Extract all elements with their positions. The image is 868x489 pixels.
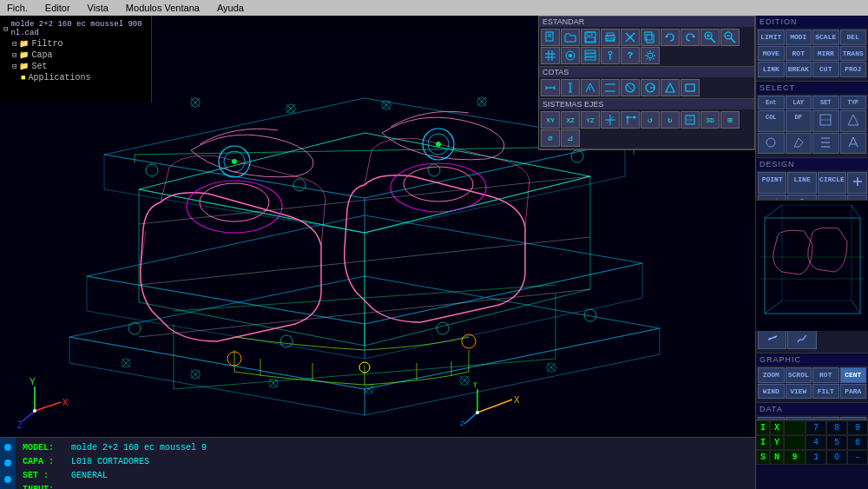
btn-select-icon1[interactable] [812,110,839,132]
tb-eje-7[interactable]: ↻ [661,111,680,129]
btn-dp[interactable]: DP [786,110,812,132]
tb-eje-1[interactable]: XY [541,111,560,129]
tb-btn-open[interactable] [561,29,580,46]
tb-cotas-diameter[interactable] [621,79,640,96]
tb-cotas-vertical[interactable] [561,79,580,96]
input-value[interactable] [71,483,158,489]
tb-eje-4[interactable] [601,111,620,129]
num-x-8[interactable]: 8 [826,420,847,435]
btn-limit[interactable]: LIMIT [758,30,785,45]
num-y-empty [784,435,806,450]
tb-btn-save[interactable] [581,29,600,46]
tb-eje-6[interactable]: ↺ [641,111,660,129]
tb-btn-copy[interactable] [641,29,660,46]
btn-measure-icon[interactable] [758,328,786,350]
btn-point[interactable]: POINT [758,172,786,194]
num-z-0[interactable]: 0 [826,450,847,465]
menu-item-modulos[interactable]: Modulos Ventana [122,3,203,13]
tb-eje-8[interactable] [681,111,700,129]
tree-item-capa[interactable]: ⊟ 📁 Capa [12,50,148,61]
num-x-7[interactable]: 7 [806,420,826,435]
tb-eje-12[interactable]: ⊿ [561,129,580,147]
tb-btn-redo[interactable] [681,29,700,46]
tree-item-root[interactable]: ⊟ molde 2+2 160 ec moussel 900 nl.cad [3,19,148,38]
btn-circle[interactable]: CIRCLE [818,172,846,194]
btn-para[interactable]: PARA [840,384,867,400]
tb-eje-9[interactable]: 3D [700,111,720,129]
tb-btn-cut[interactable] [621,29,640,46]
btn-point-icon[interactable] [847,172,867,194]
tb-btn-properties[interactable] [601,47,620,64]
btn-filt[interactable]: FILT [812,384,839,400]
btn-typ[interactable]: TYP [840,96,867,109]
btn-view[interactable]: VIEW [786,384,812,400]
tb-cotas-radius[interactable] [641,79,660,96]
tb-cotas-linear[interactable] [541,79,560,96]
tb-btn-zoom[interactable] [700,29,720,46]
tb-eje-11[interactable]: ∅ [541,129,560,147]
btn-select-icon3[interactable] [758,133,785,155]
btn-link[interactable]: LINK [758,62,785,77]
tb-btn-settings[interactable] [641,47,660,64]
tb-btn-new[interactable] [541,29,560,46]
toolbar-estandar-title: ESTANDAR [539,17,754,27]
tb-btn-snap[interactable] [561,47,580,64]
btn-scrol[interactable]: SCROL [786,367,812,383]
btn-set[interactable]: SET [812,96,839,109]
btn-lay[interactable]: LAY [786,96,812,109]
btn-analyse-icon[interactable] [787,328,816,350]
menu-item-vista[interactable]: Vista [84,3,112,13]
tb-btn-undo[interactable] [661,29,680,46]
btn-rot[interactable]: ROT [786,46,812,62]
btn-zoom[interactable]: ZOOM [758,367,785,383]
tb-eje-5[interactable] [621,111,640,129]
btn-break[interactable]: BREAK [786,62,812,77]
tb-eje-10[interactable]: ⊞ [720,111,740,129]
btn-cent[interactable]: CENT [840,367,867,383]
tb-cotas-parallel[interactable] [601,79,620,96]
tb-eje-2[interactable]: XZ [561,111,580,129]
num-y-6[interactable]: 6 [847,435,868,450]
btn-scale[interactable]: SCALE [812,30,839,45]
tb-cotas-angle[interactable] [581,79,600,96]
btn-proj[interactable]: PROJ [840,62,867,77]
tb-btn-layers[interactable] [581,47,600,64]
menu-item-fich[interactable]: Fich. [3,3,31,13]
tree-item-filtro[interactable]: ⊟ 📁 Filtro [12,38,148,50]
svg-point-149 [766,138,775,147]
menu-item-editor[interactable]: Editor [42,3,74,13]
tb-cotas-triangle[interactable] [661,79,680,96]
tree-item-label-filtro: Filtro [31,39,62,49]
btn-mirr[interactable]: MIRR [812,46,839,62]
btn-cut[interactable]: CUT [812,62,839,77]
num-z-1[interactable]: 1 [806,450,826,465]
btn-modi[interactable]: MODI [786,30,812,45]
tb-btn-zoom-out[interactable] [720,29,740,46]
num-y-5[interactable]: 5 [826,435,847,450]
btn-select-icon6[interactable] [840,133,867,155]
num-x-9[interactable]: 9 [847,420,868,435]
btn-del[interactable]: DEL [840,30,867,45]
tree-item-applications[interactable]: ■ Applications [21,72,148,83]
btn-select-icon5[interactable] [812,133,839,155]
tb-btn-print[interactable] [601,29,620,46]
toolbar-cotas-title: COTAS [539,67,754,77]
tb-btn-grid[interactable] [541,47,560,64]
btn-line[interactable]: LINE [787,172,816,194]
svg-rect-95 [586,37,595,42]
btn-rot-graphic[interactable]: ROT [812,367,839,383]
tree-item-set[interactable]: ⊟ 📁 Set [12,61,148,72]
tb-eje-3[interactable]: YZ [581,111,600,129]
btn-wind[interactable]: WIND [758,384,785,400]
btn-select-icon2[interactable] [840,110,867,132]
tb-cotas-rect[interactable] [681,79,700,96]
btn-col[interactable]: COL [758,110,785,132]
btn-move[interactable]: MOVE [758,46,785,62]
num-y-4[interactable]: 4 [806,435,826,450]
tb-btn-help[interactable]: ? [621,47,640,64]
btn-trans[interactable]: TRANS [840,46,867,62]
menu-item-ayuda[interactable]: Ayuda [214,3,247,13]
btn-select-icon4[interactable] [786,133,812,155]
btn-ent[interactable]: Ent [758,96,785,109]
num-z-minus[interactable]: - [847,450,868,465]
